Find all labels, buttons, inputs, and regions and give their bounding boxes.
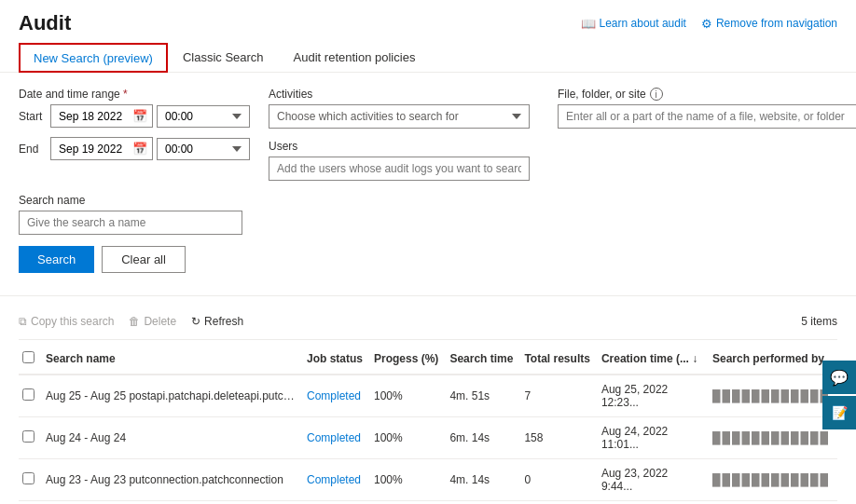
col-total-results: Total results (520, 344, 597, 375)
row-performed-by: ████████████ (709, 501, 837, 505)
col-progress: Progess (%) (370, 344, 446, 375)
start-time-select[interactable]: 00:00 (157, 105, 250, 128)
row-status[interactable]: Completed (303, 459, 370, 501)
items-count: 5 items (801, 315, 837, 328)
row-progress: 100% (370, 375, 446, 417)
row-search-name: Aug 24 - Aug 24 (42, 417, 303, 459)
remove-from-navigation-link[interactable]: ⚙ Remove from navigation (701, 17, 837, 31)
row-checkbox-cell[interactable] (19, 501, 42, 505)
end-calendar-icon[interactable]: 📅 (132, 142, 147, 156)
side-buttons: 💬 📝 (822, 361, 856, 429)
row-progress: 100% (370, 417, 446, 459)
activities-select[interactable]: Choose which activities to search for (269, 104, 530, 129)
date-time-group: Date and time range Start 📅 00:00 End 📅 (19, 88, 250, 166)
table-header-row: Search name Job status Progess (%) Searc… (19, 344, 837, 375)
file-folder-group: File, folder, or site i (558, 88, 856, 129)
book-icon: 📖 (581, 17, 596, 31)
chat-icon: 💬 (830, 369, 849, 387)
row-search-name: Aug 23 - Aug 23 putconnection.patchconne… (42, 459, 303, 501)
delete-button[interactable]: 🗑 Delete (129, 311, 176, 332)
chat-button[interactable]: 💬 (822, 361, 856, 394)
search-form: Date and time range Start 📅 00:00 End 📅 (0, 73, 856, 288)
feedback-button[interactable]: 📝 (822, 396, 856, 429)
results-section: ⧉ Copy this search 🗑 Delete ↻ Refresh 5 … (0, 304, 856, 504)
end-row: End 📅 00:00 (19, 137, 250, 160)
results-toolbar: ⧉ Copy this search 🗑 Delete ↻ Refresh 5 … (19, 304, 837, 340)
refresh-button[interactable]: ↻ Refresh (191, 311, 243, 332)
end-label: End (19, 143, 47, 156)
tabs-container: New Search (preview) Classic Search Audi… (0, 43, 856, 73)
row-total-results: 0 (520, 459, 597, 501)
table-row: Aug 23 - Aug 23 putconnection.patchconne… (19, 459, 837, 501)
top-links-container: 📖 Learn about audit ⚙ Remove from naviga… (581, 17, 837, 31)
results-table: Search name Job status Progess (%) Searc… (19, 344, 837, 504)
tab-retention-policies[interactable]: Audit retention policies (279, 43, 431, 72)
row-total-results: 158 (520, 417, 597, 459)
toolbar-left: ⧉ Copy this search 🗑 Delete ↻ Refresh (19, 311, 243, 332)
row-search-time: 6m. 14s (446, 417, 520, 459)
file-info-icon[interactable]: i (650, 88, 663, 101)
search-name-label: Search name (19, 194, 837, 207)
start-calendar-icon[interactable]: 📅 (132, 109, 147, 123)
section-divider (0, 295, 856, 296)
tab-new-search[interactable]: New Search (preview) (19, 43, 168, 73)
refresh-icon: ↻ (191, 315, 200, 328)
row-status[interactable]: Completed (303, 501, 370, 505)
activities-label: Activities (269, 88, 539, 101)
search-name-input[interactable] (19, 211, 242, 235)
search-name-group: Search name (19, 194, 837, 235)
row-creation-time: Aug 23, 2022 9:44... (598, 459, 709, 501)
row-search-name: Aug 25 - Aug 25 postapi.patchapi.deletea… (42, 375, 303, 417)
file-label: File, folder, or site (558, 88, 646, 101)
row-checkbox-0[interactable] (22, 388, 35, 401)
start-label: Start (19, 110, 47, 123)
form-main-row: Date and time range Start 📅 00:00 End 📅 (19, 88, 837, 181)
file-input[interactable] (558, 104, 856, 129)
row-status[interactable]: Completed (303, 375, 370, 417)
col-job-status: Job status (303, 344, 370, 375)
end-time-select[interactable]: 00:00 (157, 138, 250, 160)
copy-search-button[interactable]: ⧉ Copy this search (19, 311, 114, 332)
row-checkbox-cell[interactable] (19, 459, 42, 501)
table-body: Aug 25 - Aug 25 postapi.patchapi.deletea… (19, 375, 837, 504)
end-date-field[interactable] (59, 143, 129, 156)
row-checkbox-2[interactable] (22, 472, 35, 484)
activities-users-group: Activities Choose which activities to se… (269, 88, 539, 181)
date-range-label: Date and time range (19, 88, 250, 101)
row-search-time: 4m. 14s (446, 459, 520, 501)
col-creation-time[interactable]: Creation time (... ↓ (598, 344, 709, 375)
row-total-results: 7 (520, 375, 597, 417)
end-date-input[interactable]: 📅 (50, 137, 153, 160)
row-progress: 100% (370, 459, 446, 501)
col-search-name: Search name (42, 344, 303, 375)
row-search-time: 4m. 35s (446, 501, 520, 505)
search-button[interactable]: Search (19, 246, 94, 273)
results-table-wrap: Search name Job status Progess (%) Searc… (19, 344, 837, 504)
row-search-time: 4m. 51s (446, 375, 520, 417)
learn-about-audit-link[interactable]: 📖 Learn about audit (581, 17, 686, 31)
row-total-results: 19 (520, 501, 597, 505)
row-search-name: Aug 23 - Aug 23 (42, 501, 303, 505)
row-progress: 100% (370, 501, 446, 505)
select-all-checkbox[interactable] (22, 351, 35, 363)
users-label: Users (269, 140, 539, 153)
start-date-field[interactable] (59, 110, 129, 123)
page-title: Audit (19, 11, 71, 35)
row-creation-time: Aug 24, 2022 11:01... (598, 417, 709, 459)
row-performed-by: ████████████ (709, 375, 837, 417)
pin-icon: ⚙ (701, 17, 712, 31)
row-checkbox-cell[interactable] (19, 417, 42, 459)
row-checkbox-1[interactable] (22, 430, 35, 443)
row-status[interactable]: Completed (303, 417, 370, 459)
feedback-icon: 📝 (832, 405, 848, 420)
row-creation-time: Aug 25, 2022 12:23... (598, 375, 709, 417)
table-row: Aug 23 - Aug 23 Completed 100% 4m. 35s 1… (19, 501, 837, 505)
row-performed-by: ████████████ (709, 459, 837, 501)
col-search-performed-by: Search performed by (709, 344, 837, 375)
tab-classic-search[interactable]: Classic Search (168, 43, 279, 72)
start-date-input[interactable]: 📅 (50, 104, 153, 128)
clear-all-button[interactable]: Clear all (102, 246, 186, 273)
users-input[interactable] (269, 157, 530, 181)
row-checkbox-cell[interactable] (19, 375, 42, 417)
row-performed-by: ████████████ (709, 417, 837, 459)
